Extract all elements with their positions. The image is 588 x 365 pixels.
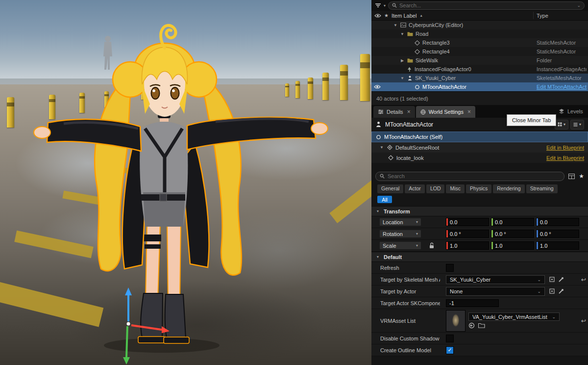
chip-misc[interactable]: Misc: [446, 184, 465, 193]
edit-in-blueprint-link[interactable]: Edit in Blueprint: [546, 145, 584, 151]
favorites-star-icon[interactable]: ★: [579, 173, 584, 180]
scale-y-field[interactable]: 1.0: [491, 241, 534, 250]
component-row-defaultsceneroot[interactable]: ▼ DefaultSceneRoot Edit in Blueprint: [371, 142, 588, 153]
pick-actor-icon[interactable]: [549, 276, 555, 283]
target-actor-dropdown[interactable]: None ⌄: [446, 287, 545, 296]
disable-shadow-checkbox[interactable]: [446, 335, 454, 342]
refresh-checkbox[interactable]: [446, 264, 454, 272]
chip-streaming[interactable]: Streaming: [526, 184, 558, 193]
expander-icon[interactable]: ▶: [400, 58, 405, 63]
tab-details[interactable]: Details ×: [373, 106, 415, 118]
filter-icon[interactable]: [375, 3, 381, 8]
visibility-eye-icon[interactable]: [374, 84, 381, 89]
view-options-button[interactable]: ▾: [555, 120, 568, 130]
outliner-row-rectangle4[interactable]: Rectangle4 StaticMeshActor: [371, 47, 588, 56]
scale-dropdown[interactable]: Scale ▾: [379, 241, 421, 250]
browse-to-asset-icon[interactable]: [468, 322, 475, 329]
tab-world-settings[interactable]: World Settings ×: [416, 106, 475, 118]
display-options-icon[interactable]: [568, 174, 575, 179]
details-search-input[interactable]: Search: [375, 172, 564, 181]
visibility-column-icon[interactable]: [374, 13, 381, 18]
selected-character-model[interactable]: [0, 0, 371, 365]
create-outline-checkbox[interactable]: ✓: [446, 346, 454, 354]
details-tab-icon: [378, 109, 384, 114]
location-x-field[interactable]: 0.0: [446, 218, 489, 226]
component-row-self[interactable]: MToonAttachActor (Self): [371, 131, 588, 142]
expander-icon[interactable]: ▼: [393, 23, 398, 27]
tooltip-text: Close Minor Tab: [512, 117, 551, 123]
outliner-row-foliage[interactable]: InstancedFoliageActor0 InstancedFoliageA…: [371, 65, 588, 74]
close-tab-button[interactable]: ×: [407, 108, 411, 115]
chevron-down-icon: ⌄: [552, 314, 556, 319]
expander-icon: ▼: [375, 209, 380, 213]
rotation-y-field[interactable]: 0.0 °: [491, 230, 534, 238]
column-divider[interactable]: [533, 12, 534, 19]
row-label: MToonAttachActor: [422, 84, 466, 90]
outliner-search-placeholder: Search...: [399, 2, 421, 8]
outliner-row-sidewalk[interactable]: ▶ SideWalk Folder: [371, 56, 588, 65]
type-column-header[interactable]: Type: [537, 13, 548, 19]
value-text: 1.0: [495, 243, 502, 249]
item-label-column-header[interactable]: Item Label: [392, 13, 416, 19]
foliage-icon: [407, 67, 412, 72]
outliner-row-rectangle3[interactable]: Rectangle3 StaticMeshActor: [371, 38, 588, 47]
pick-actor-icon[interactable]: [549, 288, 555, 294]
reset-to-default-icon[interactable]: ↩: [581, 276, 586, 283]
chevron-down-icon[interactable]: ⌄: [577, 3, 581, 8]
vrmasset-row: VRMAsset List VA_Yuuki_Cyber_VrmAssetLis…: [371, 309, 588, 333]
default-section-header[interactable]: ▼ Default: [371, 252, 588, 262]
transform-gizmo[interactable]: [113, 285, 176, 365]
property-label: Target Actor SKComponen...: [371, 300, 440, 306]
location-dropdown[interactable]: Location ▾: [379, 218, 421, 226]
rotation-dropdown[interactable]: Rotation ▾: [379, 230, 421, 238]
settings-menu-button[interactable]: ▾: [570, 120, 584, 130]
vrmasset-dropdown[interactable]: VA_Yuuki_Cyber_VrmAssetList ⌄: [468, 313, 560, 321]
chip-lod[interactable]: LOD: [426, 184, 445, 193]
close-minor-tab-tooltip: Close Minor Tab: [507, 114, 556, 126]
target-component-input[interactable]: -1: [446, 299, 499, 307]
edit-in-blueprint-link[interactable]: Edit in Blueprint: [546, 155, 584, 161]
vrmasset-thumbnail[interactable]: [446, 310, 466, 332]
sort-asc-icon[interactable]: ▲: [419, 14, 423, 17]
eyedropper-icon[interactable]: [558, 288, 564, 294]
expander-icon[interactable]: ▼: [400, 32, 405, 36]
component-row-locate-look[interactable]: locate_look Edit in Blueprint: [371, 153, 588, 163]
lock-open-icon[interactable]: [429, 242, 434, 249]
expander-icon[interactable]: ▼: [379, 145, 384, 150]
location-row: Location ▾ 0.0 0.0 0.0: [371, 216, 588, 228]
favorite-column-icon[interactable]: ★: [384, 13, 389, 18]
location-z-field[interactable]: 0.0: [536, 218, 579, 226]
tab-levels[interactable]: Levels: [559, 105, 588, 118]
viewport-3d[interactable]: [0, 0, 371, 365]
scale-z-field[interactable]: 1.0: [536, 241, 579, 250]
expander-icon[interactable]: ▼: [400, 76, 405, 80]
rotation-z-field[interactable]: 0.0 °: [536, 230, 579, 238]
all-filter-button[interactable]: All: [377, 196, 392, 203]
open-asset-folder-icon[interactable]: [478, 323, 485, 328]
row-type-link[interactable]: Edit MToonAttachActor: [537, 84, 587, 90]
close-tab-button[interactable]: ×: [467, 108, 471, 115]
chip-general[interactable]: General: [377, 184, 403, 193]
outliner-row-mtoonattachactor[interactable]: MToonAttachActor Edit MToonAttachActor: [371, 82, 588, 91]
outliner-row-cyberpunkcity[interactable]: ▼ CyberpunkCity (Editor): [371, 21, 588, 29]
outliner-search-input[interactable]: Search... ⌄: [388, 1, 585, 10]
chip-rendering[interactable]: Rendering: [493, 184, 524, 193]
chip-physics[interactable]: Physics: [466, 184, 491, 193]
rotation-x-field[interactable]: 0.0 °: [446, 230, 489, 238]
outliner-row-road[interactable]: ▼ Road: [371, 29, 588, 38]
eyedropper-icon[interactable]: [558, 277, 564, 283]
outliner-row-sk-yuuki-cyber[interactable]: ▼ SK_Yuuki_Cyber SkeletalMeshActor: [371, 74, 588, 82]
transform-section-header[interactable]: ▼ Transform: [371, 206, 588, 216]
gizmo-y-axis-handle[interactable]: [123, 326, 130, 365]
target-skeletal-dropdown[interactable]: SK_Yuuki_Cyber ⌄: [446, 275, 545, 284]
search-icon: [392, 3, 397, 8]
filter-caret-icon[interactable]: ▾: [384, 3, 386, 8]
row-label: SK_Yuuki_Cyber: [415, 75, 456, 81]
reset-to-default-icon[interactable]: ↩: [581, 317, 586, 324]
component-icon: [376, 134, 381, 140]
scale-x-field[interactable]: 1.0: [446, 241, 489, 250]
chip-actor[interactable]: Actor: [405, 184, 425, 193]
gizmo-z-axis-handle[interactable]: [125, 287, 132, 321]
gizmo-x-axis-handle[interactable]: [131, 325, 170, 333]
location-y-field[interactable]: 0.0: [491, 218, 534, 226]
